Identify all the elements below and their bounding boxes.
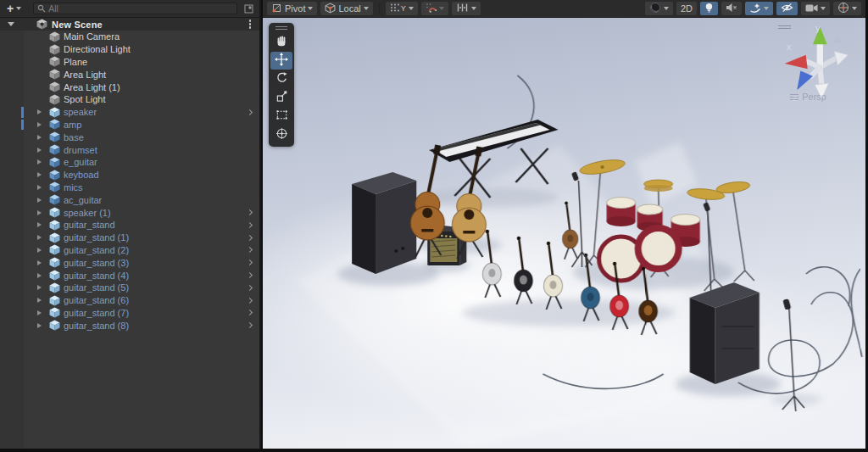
- tool-move-button[interactable]: [270, 52, 292, 70]
- expand-arrow-icon[interactable]: [37, 122, 42, 127]
- expand-arrow-icon[interactable]: [37, 285, 42, 290]
- expand-arrow-icon[interactable]: [37, 248, 42, 253]
- hierarchy-item-drumset[interactable]: drumset: [0, 143, 259, 156]
- expand-arrow-icon[interactable]: [37, 185, 42, 190]
- hierarchy-list: Main CameraDirectional LightPlaneArea Li…: [0, 31, 259, 449]
- chevron-down-icon: [308, 7, 313, 10]
- expand-arrow-icon[interactable]: [37, 298, 42, 303]
- tool-hand-button[interactable]: [270, 33, 292, 51]
- hierarchy-item-guitar-stand-7[interactable]: guitar_stand (7): [0, 307, 259, 320]
- prefab-open-chevron[interactable]: [247, 109, 253, 115]
- prefab-open-chevron[interactable]: [247, 209, 253, 215]
- search-input[interactable]: [48, 3, 233, 14]
- expand-arrow-icon[interactable]: [37, 172, 42, 177]
- hierarchy-item-spot-light[interactable]: Spot Light: [0, 93, 259, 106]
- hierarchy-item-label: guitar_stand (5): [64, 282, 129, 293]
- hierarchy-item-guitar-stand-3[interactable]: guitar_stand (3): [0, 256, 259, 269]
- prefab-open-chevron[interactable]: [247, 247, 253, 253]
- view-mode-label[interactable]: Persp: [790, 92, 826, 102]
- expand-arrow-icon[interactable]: [37, 310, 42, 315]
- gizmo-sphere-icon: [837, 2, 849, 15]
- expand-arrow-icon[interactable]: [37, 109, 42, 114]
- hierarchy-item-guitar-stand-4[interactable]: guitar_stand (4): [0, 269, 259, 282]
- create-object-button[interactable]: +: [0, 0, 23, 17]
- prefab-open-chevron[interactable]: [247, 310, 253, 315]
- pivot-toggle-button[interactable]: Pivot: [267, 2, 317, 15]
- tool-rotate-button[interactable]: [270, 70, 292, 88]
- foldout-open-icon[interactable]: [8, 22, 14, 26]
- tool-transform-button[interactable]: [270, 126, 292, 144]
- hierarchy-item-e-guitar[interactable]: e_guitar: [0, 156, 259, 169]
- hierarchy-item-area-light-1[interactable]: Area Light (1): [0, 81, 259, 93]
- expand-arrow-icon[interactable]: [37, 135, 42, 140]
- hierarchy-item-main-camera[interactable]: Main Camera: [0, 31, 259, 43]
- snap-increment-button[interactable]: [452, 2, 481, 15]
- grid-visibility-button[interactable]: Y: [386, 2, 418, 15]
- hierarchy-item-directional-light[interactable]: Directional Light: [0, 43, 259, 56]
- expand-arrow-icon[interactable]: [37, 148, 42, 153]
- tool-rect-button[interactable]: [270, 108, 292, 126]
- audio-toggle[interactable]: [721, 2, 742, 15]
- hierarchy-item-label: guitar_stand (6): [64, 295, 129, 305]
- gizmos-toggle-button[interactable]: [833, 2, 861, 15]
- hierarchy-item-guitar-stand-2[interactable]: guitar_stand (2): [0, 244, 259, 257]
- hierarchy-item-ac-guitar[interactable]: ac_guitar: [0, 193, 259, 206]
- prefab-open-chevron[interactable]: [247, 298, 253, 304]
- prefab-open-chevron[interactable]: [247, 285, 253, 291]
- prefab-open-chevron[interactable]: [247, 235, 253, 241]
- hierarchy-item-guitar-stand-6[interactable]: guitar_stand (6): [0, 294, 259, 307]
- hierarchy-item-base[interactable]: base: [0, 131, 259, 143]
- expand-arrow-icon[interactable]: [37, 260, 42, 265]
- camera-settings-button[interactable]: [801, 2, 830, 15]
- overlay-drag-handle[interactable]: [275, 26, 287, 30]
- scene-tools-overlay: [269, 23, 294, 147]
- scene-viewport[interactable]: x y z Persp: [263, 18, 865, 449]
- scene-visibility-toggle[interactable]: [776, 2, 798, 15]
- effects-toggle[interactable]: [745, 2, 773, 15]
- hierarchy-item-mics[interactable]: mics: [0, 181, 259, 194]
- light-bulb-icon: [704, 3, 714, 15]
- hierarchy-item-speaker[interactable]: speaker: [0, 106, 259, 119]
- hierarchy-item-guitar-stand-5[interactable]: guitar_stand (5): [0, 282, 259, 294]
- prefab-open-chevron[interactable]: [247, 222, 253, 228]
- chevron-down-icon: [16, 7, 21, 10]
- expand-arrow-icon[interactable]: [37, 198, 42, 203]
- orientation-toggle-button[interactable]: Local: [320, 2, 372, 15]
- hierarchy-item-speaker-1[interactable]: speaker (1): [0, 206, 259, 219]
- expand-arrow-icon[interactable]: [37, 235, 42, 240]
- expand-arrow-icon[interactable]: [37, 159, 42, 165]
- hierarchy-item-guitar-stand[interactable]: guitar_stand: [0, 219, 259, 232]
- hierarchy-panel: + New Scene Main CameraDirectional Light: [0, 0, 261, 449]
- context-menu-icon[interactable]: [248, 18, 253, 31]
- hierarchy-item-keyboad[interactable]: keyboad: [0, 169, 259, 181]
- hierarchy-item-guitar-stand-8[interactable]: guitar_stand (8): [0, 319, 259, 332]
- rect-tool-icon: [275, 109, 288, 125]
- prefab-open-chevron[interactable]: [247, 322, 253, 328]
- shading-mode-button[interactable]: [645, 2, 673, 15]
- prefab-icon: [48, 220, 60, 231]
- scene-header-row[interactable]: New Scene: [0, 18, 259, 31]
- speaker-left-object: [352, 172, 416, 274]
- expand-arrow-icon[interactable]: [37, 323, 42, 328]
- hierarchy-item-label: guitar_stand: [64, 220, 115, 230]
- tool-scale-button[interactable]: [270, 89, 292, 107]
- chevron-down-icon: [409, 7, 414, 10]
- expand-arrow-icon[interactable]: [37, 210, 42, 215]
- hierarchy-item-label: guitar_stand (3): [64, 258, 129, 268]
- expand-arrow-icon[interactable]: [37, 273, 42, 278]
- hierarchy-item-label: ac_guitar: [64, 195, 102, 205]
- hierarchy-item-label: Area Light: [64, 70, 106, 80]
- expand-arrow-icon[interactable]: [37, 222, 42, 227]
- hierarchy-item-guitar-stand-1[interactable]: guitar_stand (1): [0, 232, 259, 244]
- snap-toggle-button[interactable]: [421, 2, 448, 15]
- window-popout-icon[interactable]: [244, 4, 253, 14]
- hierarchy-item-plane[interactable]: Plane: [0, 56, 259, 69]
- hierarchy-item-area-light[interactable]: Area Light: [0, 68, 259, 81]
- 2d-toggle-button[interactable]: 2D: [676, 2, 697, 15]
- model-prefab-icon: [48, 157, 60, 168]
- hierarchy-item-amp[interactable]: amp: [0, 119, 259, 131]
- prefab-open-chevron[interactable]: [247, 259, 253, 265]
- scene-lighting-toggle[interactable]: [700, 2, 718, 15]
- hierarchy-search-field[interactable]: [33, 3, 237, 14]
- prefab-open-chevron[interactable]: [247, 272, 253, 278]
